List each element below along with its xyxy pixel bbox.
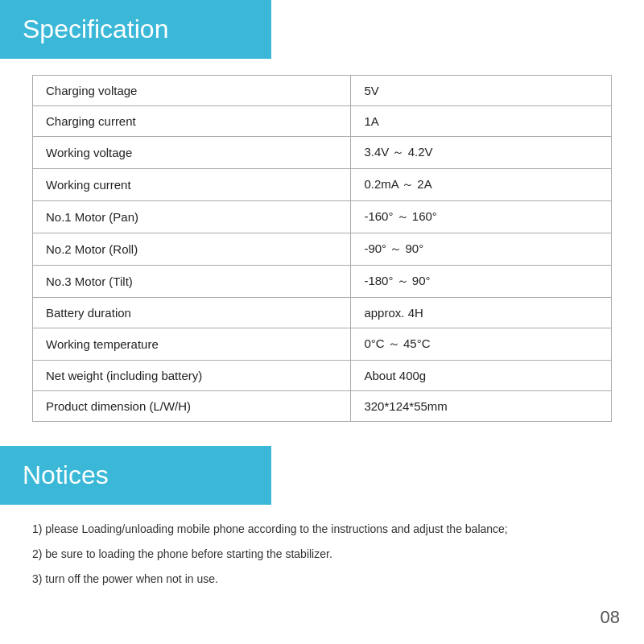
- notice-item: 3) turn off the power when not in use.: [32, 571, 612, 588]
- page-number: 08: [601, 607, 620, 628]
- table-row: Charging voltage5V: [33, 76, 612, 106]
- spec-value: -180° ～ 90°: [351, 266, 612, 298]
- spec-label: No.3 Motor (Tilt): [33, 266, 351, 298]
- spec-value: -90° ～ 90°: [351, 233, 612, 266]
- table-row: Battery durationapprox. 4H: [33, 298, 612, 328]
- spec-value: -160° ～ 160°: [351, 201, 612, 233]
- spec-label: Charging voltage: [33, 76, 351, 106]
- specification-header: Specification: [0, 0, 271, 59]
- spec-label: No.2 Motor (Roll): [33, 233, 351, 266]
- notices-section: Notices 1) please Loading/unloading mobi…: [0, 446, 644, 588]
- table-row: Working temperature0°C ～ 45°C: [33, 328, 612, 361]
- spec-label: No.1 Motor (Pan): [33, 201, 351, 233]
- notice-item: 1) please Loading/unloading mobile phone…: [32, 521, 612, 538]
- specification-title: Specification: [23, 14, 249, 44]
- table-row: Charging current1A: [33, 106, 612, 137]
- spec-label: Charging current: [33, 106, 351, 137]
- table-row: No.1 Motor (Pan)-160° ～ 160°: [33, 201, 612, 233]
- table-row: No.3 Motor (Tilt)-180° ～ 90°: [33, 266, 612, 298]
- table-row: Working current0.2mA ～ 2A: [33, 169, 612, 201]
- spec-table: Charging voltage5VCharging current1AWork…: [32, 75, 612, 422]
- table-row: No.2 Motor (Roll)-90° ～ 90°: [33, 233, 612, 266]
- spec-value: 0°C ～ 45°C: [351, 328, 612, 361]
- specification-section: Specification Charging voltage5VCharging…: [0, 0, 644, 422]
- table-row: Net weight (including battery)About 400g: [33, 361, 612, 391]
- spec-value: 3.4V ～ 4.2V: [351, 137, 612, 169]
- spec-label: Working current: [33, 169, 351, 201]
- spec-value: 5V: [351, 76, 612, 106]
- spec-value: 0.2mA ～ 2A: [351, 169, 612, 201]
- spec-value: About 400g: [351, 361, 612, 391]
- notices-title: Notices: [23, 460, 249, 490]
- notices-header: Notices: [0, 446, 271, 505]
- spec-label: Working voltage: [33, 137, 351, 169]
- spec-label: Battery duration: [33, 298, 351, 328]
- spec-value: 320*124*55mm: [351, 391, 612, 422]
- notice-item: 2) be sure to loading the phone before s…: [32, 546, 612, 563]
- table-row: Product dimension (L/W/H)320*124*55mm: [33, 391, 612, 422]
- spec-label: Product dimension (L/W/H): [33, 391, 351, 422]
- spec-table-container: Charging voltage5VCharging current1AWork…: [32, 75, 612, 422]
- spec-label: Net weight (including battery): [33, 361, 351, 391]
- table-row: Working voltage3.4V ～ 4.2V: [33, 137, 612, 169]
- spec-value: approx. 4H: [351, 298, 612, 328]
- notices-content: 1) please Loading/unloading mobile phone…: [32, 521, 612, 588]
- spec-value: 1A: [351, 106, 612, 137]
- spec-label: Working temperature: [33, 328, 351, 361]
